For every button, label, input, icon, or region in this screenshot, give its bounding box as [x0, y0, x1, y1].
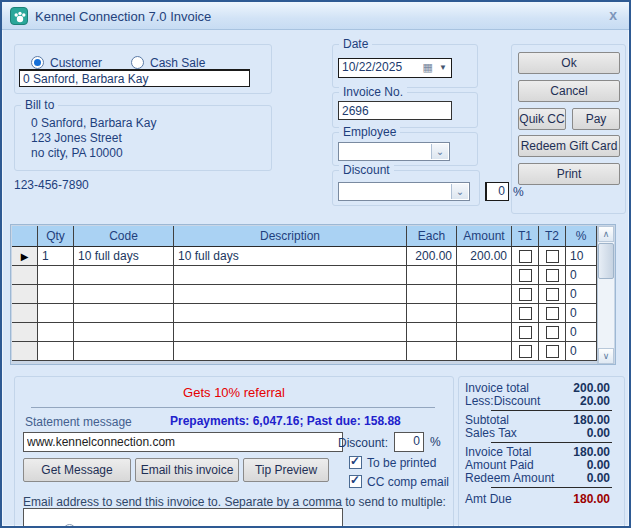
get-message-button[interactable]: Get Message: [23, 458, 131, 482]
cancel-button[interactable]: Cancel: [518, 80, 620, 102]
employee-dropdown[interactable]: ⌄: [338, 142, 450, 161]
cell-each[interactable]: [407, 266, 457, 285]
invoice-no-input[interactable]: [338, 101, 452, 120]
cell-t2[interactable]: [539, 285, 566, 304]
row-selector-cell[interactable]: [12, 304, 38, 323]
cell-code[interactable]: [74, 304, 174, 323]
cell-description[interactable]: [174, 285, 407, 304]
t1-checkbox[interactable]: [519, 345, 532, 358]
cell-qty[interactable]: [38, 285, 74, 304]
cell-description[interactable]: [174, 266, 407, 285]
cell-amount[interactable]: [457, 304, 512, 323]
cell-description[interactable]: [174, 304, 407, 323]
cell-amount[interactable]: 200.00: [457, 247, 512, 266]
date-picker[interactable]: 10/22/2025 ▦ ▼: [338, 58, 452, 78]
t2-checkbox[interactable]: [546, 269, 559, 282]
cash-sale-radio[interactable]: [131, 56, 144, 69]
cell-qty[interactable]: [38, 266, 74, 285]
total-value: 0.00: [587, 471, 610, 485]
cell-t1[interactable]: [512, 323, 539, 342]
cell-t1[interactable]: [512, 266, 539, 285]
t1-checkbox[interactable]: [519, 326, 532, 339]
discount-dropdown-chevron-icon[interactable]: ⌄: [451, 184, 468, 199]
cell-pct[interactable]: 0: [566, 323, 597, 342]
cell-code[interactable]: [74, 285, 174, 304]
tip-preview-button[interactable]: Tip Preview: [243, 458, 329, 482]
cell-qty[interactable]: 1: [38, 247, 74, 266]
cell-t1[interactable]: [512, 304, 539, 323]
cell-t2[interactable]: [539, 342, 566, 361]
to-be-printed-checkbox[interactable]: ✓: [349, 456, 362, 469]
cell-amount[interactable]: [457, 285, 512, 304]
cell-qty[interactable]: [38, 342, 74, 361]
row-selector-cell[interactable]: [12, 342, 38, 361]
t2-checkbox[interactable]: [546, 345, 559, 358]
cell-t1[interactable]: [512, 247, 539, 266]
close-icon[interactable]: x: [609, 7, 617, 23]
cell-code[interactable]: [74, 323, 174, 342]
quik-cc-button[interactable]: Quik CC: [518, 108, 566, 130]
t1-checkbox[interactable]: [519, 269, 532, 282]
calendar-icon[interactable]: ▦: [423, 61, 433, 74]
t1-checkbox[interactable]: [519, 288, 532, 301]
email-this-invoice-button[interactable]: Email this invoice: [135, 458, 239, 482]
redeem-gift-card-button[interactable]: Redeem Gift Card: [518, 135, 620, 157]
pay-button[interactable]: Pay: [572, 108, 620, 130]
cell-each[interactable]: [407, 285, 457, 304]
cell-description[interactable]: [174, 342, 407, 361]
discount-pct-field[interactable]: 0: [485, 182, 509, 201]
t2-checkbox[interactable]: [546, 288, 559, 301]
employee-dropdown-chevron-icon[interactable]: ⌄: [431, 144, 448, 159]
scrollbar-thumb[interactable]: [598, 243, 614, 279]
cell-pct[interactable]: 0: [566, 304, 597, 323]
cell-description[interactable]: [174, 323, 407, 342]
t1-checkbox[interactable]: [519, 250, 532, 263]
cell-description[interactable]: 10 full days: [174, 247, 407, 266]
grid-row: 0: [12, 304, 597, 323]
t1-checkbox[interactable]: [519, 307, 532, 320]
scrollbar-up-icon[interactable]: ∧: [598, 226, 614, 242]
cell-code[interactable]: [74, 266, 174, 285]
cell-t1[interactable]: [512, 342, 539, 361]
row-selector-cell[interactable]: ▶: [12, 247, 38, 266]
cell-code[interactable]: [74, 342, 174, 361]
date-dropdown-icon[interactable]: ▼: [439, 63, 447, 72]
t2-checkbox[interactable]: [546, 250, 559, 263]
discount-dropdown[interactable]: ⌄: [338, 182, 470, 201]
cc-comp-email-checkbox[interactable]: ✓: [349, 475, 362, 488]
cell-t2[interactable]: [539, 266, 566, 285]
cell-t2[interactable]: [539, 247, 566, 266]
cell-each[interactable]: [407, 342, 457, 361]
t2-checkbox[interactable]: [546, 307, 559, 320]
cell-code[interactable]: 10 full days: [74, 247, 174, 266]
cell-t2[interactable]: [539, 304, 566, 323]
row-selector-cell[interactable]: [12, 266, 38, 285]
total-label: Invoice total: [465, 381, 529, 395]
cell-pct[interactable]: 10: [566, 247, 597, 266]
cell-amount[interactable]: [457, 342, 512, 361]
cell-each[interactable]: 200.00: [407, 247, 457, 266]
cell-qty[interactable]: [38, 304, 74, 323]
statement-message-input[interactable]: [23, 432, 343, 452]
t2-checkbox[interactable]: [546, 326, 559, 339]
cell-qty[interactable]: [38, 323, 74, 342]
scrollbar-down-icon[interactable]: ∨: [598, 348, 614, 364]
row-selector-cell[interactable]: [12, 323, 38, 342]
customer-radio[interactable]: [31, 56, 44, 69]
print-button[interactable]: Print: [518, 163, 620, 185]
row-selector-cell[interactable]: [12, 285, 38, 304]
bottom-discount-field[interactable]: 0: [394, 432, 424, 452]
cell-pct[interactable]: 0: [566, 342, 597, 361]
cell-pct[interactable]: 0: [566, 266, 597, 285]
cell-amount[interactable]: [457, 323, 512, 342]
cell-t1[interactable]: [512, 285, 539, 304]
grid-header-amount: Amount: [457, 226, 512, 247]
cell-amount[interactable]: [457, 266, 512, 285]
cell-each[interactable]: [407, 323, 457, 342]
grid-vertical-scrollbar[interactable]: ∧ ∨: [597, 226, 614, 364]
cell-pct[interactable]: 0: [566, 285, 597, 304]
cell-t2[interactable]: [539, 323, 566, 342]
customer-name-input[interactable]: [19, 69, 250, 87]
cell-each[interactable]: [407, 304, 457, 323]
ok-button[interactable]: Ok: [518, 52, 620, 74]
